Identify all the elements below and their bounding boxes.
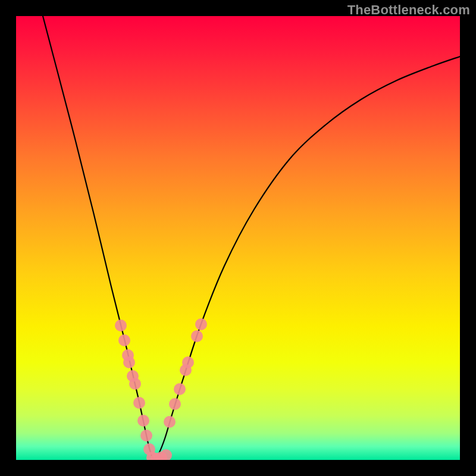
data-dot bbox=[191, 330, 203, 342]
data-dot bbox=[129, 378, 141, 390]
watermark-text: TheBottleneck.com bbox=[347, 2, 470, 18]
data-dot bbox=[118, 334, 130, 346]
bottleneck-curve bbox=[43, 16, 460, 460]
data-dot bbox=[182, 356, 194, 368]
data-dot bbox=[160, 449, 172, 460]
data-dot bbox=[169, 398, 181, 410]
chart-frame: TheBottleneck.com bbox=[0, 0, 476, 476]
plot-area bbox=[16, 16, 460, 460]
curve-layer bbox=[16, 16, 460, 460]
data-dot bbox=[133, 397, 145, 409]
data-dot bbox=[115, 320, 127, 331]
data-dot bbox=[195, 318, 207, 330]
data-dots bbox=[115, 318, 207, 460]
data-dot bbox=[137, 415, 149, 427]
data-dot bbox=[174, 383, 186, 395]
data-dot bbox=[164, 416, 176, 428]
data-dot bbox=[123, 356, 135, 368]
data-dot bbox=[140, 430, 152, 441]
